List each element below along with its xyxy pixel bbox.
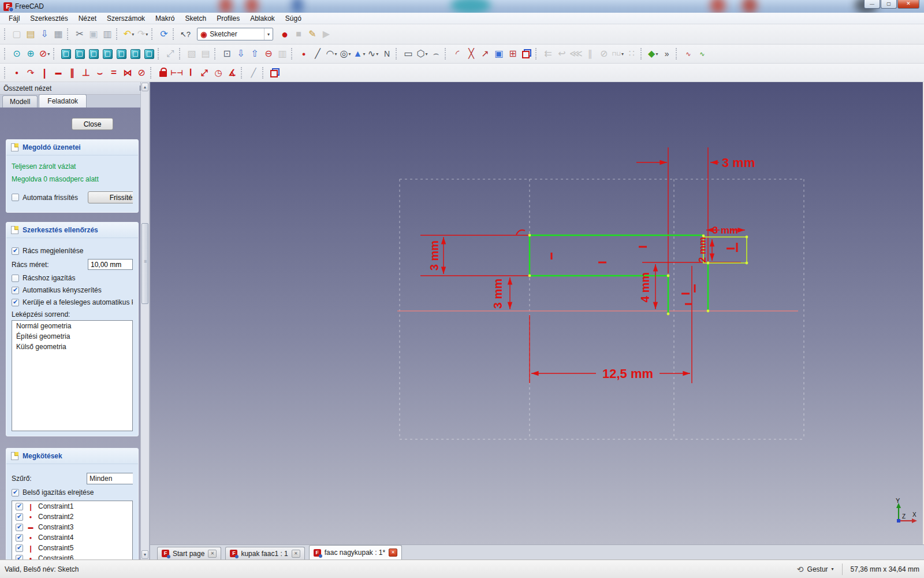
create-arc-button[interactable]: ◠▾	[325, 47, 338, 61]
rendering-order-list[interactable]: Normál geometriaÉpítési geometriaKülső g…	[12, 320, 133, 431]
document-tab[interactable]: Ffaac nagykupak : 1*✕	[309, 545, 402, 560]
constraint-visible-checkbox[interactable]	[16, 555, 23, 560]
menu-item-szersz-mok[interactable]: Szerszámok	[102, 13, 150, 24]
close-icon[interactable]: ✕	[389, 549, 397, 557]
create-fillet-button[interactable]: ◜	[450, 47, 464, 61]
dim-lip-width[interactable]: 3 mm	[713, 225, 738, 236]
menu-item-ablakok[interactable]: Ablakok	[245, 13, 280, 24]
constrain-tangent-button[interactable]: ⌣	[93, 66, 107, 80]
constraint-visible-checkbox[interactable]	[16, 544, 23, 552]
tab-tasks[interactable]: Feladatok	[39, 94, 87, 108]
close-icon[interactable]: ✕	[208, 550, 217, 558]
constraint-list[interactable]: |Constraint1●Constraint2▬Constraint3●Con…	[12, 501, 133, 560]
sketch-canvas[interactable]: 3 mm 3 mm 3 mm 4 mm 3 mm 2 mm 12,5 mm	[150, 82, 923, 544]
menu-item-szerkeszt-s[interactable]: Szerkesztés	[25, 13, 73, 24]
list-item[interactable]: Építési geometria	[12, 331, 132, 342]
scroll-down-icon[interactable]: ▼	[141, 550, 148, 559]
edit-controls-header[interactable]: Szerkesztés ellenőrzés	[6, 223, 138, 238]
nav-style-selector[interactable]: Gestur	[807, 565, 828, 573]
sketch-tool-1-button[interactable]: ⇇	[541, 47, 555, 61]
bspline-tool-a-button[interactable]: ∿	[681, 47, 695, 61]
toolbar-overflow-button[interactable]: »	[660, 47, 674, 61]
constraint-visible-checkbox[interactable]	[16, 534, 23, 542]
constraint-filter-combo[interactable]: Minden	[87, 473, 133, 484]
create-bspline-button[interactable]: ∿▾	[366, 47, 380, 61]
chevron-down-icon[interactable]: ▾	[264, 28, 270, 40]
maximize-button[interactable]: ▢	[881, 0, 897, 9]
constraints-header[interactable]: Megkötések	[6, 449, 138, 464]
sketch-tool-5-button[interactable]: ⊘	[597, 47, 611, 61]
document-tab[interactable]: FStart page✕	[157, 547, 221, 560]
chevron-down-icon[interactable]: ▾	[621, 51, 624, 57]
constraint-row[interactable]: |Constraint1	[12, 501, 132, 512]
constrain-radius-button[interactable]: ◷	[211, 66, 225, 80]
sketch-tool-4-button[interactable]: ∥	[583, 47, 597, 61]
paste-button[interactable]: ▥	[100, 27, 114, 41]
chevron-down-icon[interactable]: ▾	[132, 32, 134, 37]
constrain-block-button[interactable]: ⊘	[135, 66, 148, 80]
constrain-v-distance-button[interactable]: Ⅰ	[184, 66, 198, 80]
list-item[interactable]: Normál geometria	[12, 321, 132, 331]
minimize-button[interactable]: —	[864, 0, 880, 9]
hide-internal-checkbox[interactable]	[12, 489, 19, 497]
chevron-down-icon[interactable]: ▾	[425, 51, 427, 57]
close-window-button[interactable]: ✕	[897, 0, 919, 9]
macro-play-button[interactable]: ▶	[319, 27, 333, 41]
chevron-down-icon[interactable]: ▾	[146, 32, 148, 37]
constraint-row[interactable]: ●Constraint2	[12, 512, 132, 522]
create-line-button[interactable]: ╱	[311, 47, 325, 61]
carbon-copy-button[interactable]: ⊞	[506, 47, 520, 61]
create-rectangle-button[interactable]: ▭	[401, 47, 415, 61]
new-file-button[interactable]: ▢	[10, 27, 24, 41]
measure-distance-button[interactable]: ⤢	[163, 47, 177, 61]
constrain-point-on-object-button[interactable]: ↷	[24, 66, 38, 80]
constrain-perpendicular-button[interactable]: ⊥	[79, 66, 93, 80]
dim-step-height[interactable]: 4 mm	[639, 272, 651, 302]
workbench-selector[interactable]: ◉Sketcher▾	[197, 28, 273, 40]
update-button[interactable]: Frissítés	[88, 191, 133, 203]
avoid-redundant-checkbox[interactable]	[12, 299, 19, 306]
constraint-visible-checkbox[interactable]	[16, 503, 23, 510]
sketch-tool-7-button[interactable]: ∷	[625, 47, 639, 61]
panel-scrollbar[interactable]: ▲ ▼	[140, 82, 149, 560]
constraint-row[interactable]: ●Constraint4	[12, 532, 132, 543]
show-grid-checkbox[interactable]	[12, 247, 19, 255]
copy-button[interactable]: ▣	[87, 27, 100, 41]
chevron-down-icon[interactable]: ▾	[376, 51, 378, 57]
constrain-h-distance-button[interactable]: ⊢⊣	[170, 66, 184, 80]
sketch-tool-6-button[interactable]: ⊓⊔▾	[611, 47, 625, 61]
chevron-down-icon[interactable]: ▾	[348, 51, 351, 57]
part-tool-2-button[interactable]: ▤	[199, 47, 213, 61]
virtual-space-toggle-button[interactable]: ◆▾	[646, 47, 660, 61]
chevron-down-icon[interactable]: ▾	[363, 51, 365, 57]
sketch-tool-3-button[interactable]: ⋘	[569, 47, 583, 61]
tab-model[interactable]: Modell	[2, 95, 38, 108]
macro-stop-button[interactable]: ■	[292, 27, 305, 41]
dim-top-width[interactable]: 3 mm	[722, 155, 755, 170]
attach-sketch-button[interactable]: ⇩	[234, 47, 248, 61]
menu-item-makr-[interactable]: Makró	[150, 13, 180, 24]
chevron-down-icon[interactable]: ▾	[655, 51, 658, 57]
constrain-coincident-button[interactable]: ●	[10, 66, 24, 80]
macro-record-button[interactable]: ●	[278, 27, 292, 41]
view-section-button[interactable]: ⊖	[262, 47, 275, 61]
create-point-button[interactable]: ●	[297, 47, 311, 61]
create-polyline-button[interactable]: N	[380, 47, 394, 61]
bspline-tool-b-button[interactable]: ∿	[695, 47, 709, 61]
stop-operation-button[interactable]: ▥	[275, 47, 289, 61]
create-circle-button[interactable]: ◎▾	[338, 47, 352, 61]
constrain-angle-button[interactable]: ∡	[225, 66, 239, 80]
refresh-button[interactable]: ⟳	[157, 27, 171, 41]
draw-style-button[interactable]: ⊘▾	[38, 47, 51, 61]
view-bottom-button[interactable]	[128, 47, 142, 61]
close-icon[interactable]: ✕	[292, 550, 300, 558]
view-left-button[interactable]	[142, 47, 156, 61]
constraint-visible-checkbox[interactable]	[16, 524, 23, 531]
scrollbar-thumb[interactable]	[141, 223, 148, 304]
trim-edge-button[interactable]: ╳	[464, 47, 478, 61]
menu-item-sketch[interactable]: Sketch	[180, 13, 211, 24]
extend-edge-button[interactable]: ↗	[478, 47, 492, 61]
list-item[interactable]: Külső geometria	[12, 342, 132, 352]
cut-button[interactable]: ✂	[73, 27, 87, 41]
edit-sketch-button[interactable]: ⊡	[220, 47, 234, 61]
